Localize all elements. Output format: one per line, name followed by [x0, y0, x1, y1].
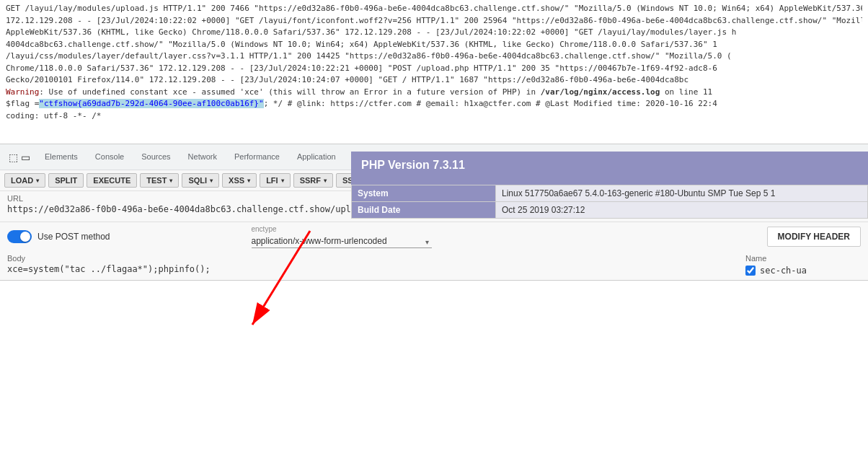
php-info-panel: PHP Version 7.3.11 System Linux 517750a6… — [351, 152, 868, 219]
toggle-knob — [20, 232, 30, 242]
load-arrow: ▾ — [36, 177, 39, 184]
test-arrow: ▾ — [169, 177, 172, 184]
log-line-2: 172.12.129.208 - - [23/Jul/2024:10:22:02… — [6, 15, 862, 27]
warning-line: Warning: Use of undefined constant xce -… — [6, 87, 862, 99]
post-row: Use POST method enctype application/x-ww… — [7, 225, 861, 248]
tab-elements[interactable]: Elements — [36, 146, 87, 168]
log-line-1: GET /layui/lay/modules/upload.js HTTP/1.… — [6, 3, 862, 15]
test-button[interactable]: TEST ▾ — [140, 173, 179, 188]
log-line-3: AppleWebKit/537.36 (KHTML, like Gecko) C… — [6, 27, 862, 39]
log-area: GET /layui/lay/modules/upload.js HTTP/1.… — [0, 0, 868, 144]
log-line-4: 4004dca8bc63.challenge.ctf.show/" "Mozil… — [6, 39, 862, 51]
hackbar-body-section: Use POST method enctype application/x-ww… — [0, 222, 868, 280]
body-label: Body — [7, 254, 745, 263]
post-method-toggle[interactable] — [7, 230, 32, 243]
php-system-label: System — [352, 185, 496, 202]
lfi-button[interactable]: LFI ▾ — [260, 173, 291, 188]
php-table-row: System Linux 517750a6ae67 5.4.0-163-gene… — [352, 185, 868, 202]
tab-network[interactable]: Network — [180, 146, 226, 168]
modify-header-button[interactable]: MODIFY HEADER — [767, 227, 861, 247]
enctype-select[interactable]: application/x-www-form-urlencoded multip… — [252, 234, 432, 248]
log-line-5: /layui/css/modules/layer/default/layer.c… — [6, 51, 862, 63]
post-method-label: Use POST method — [37, 232, 110, 242]
inspector-icon[interactable]: ⬚ — [9, 152, 18, 163]
tab-performance[interactable]: Performance — [226, 146, 288, 168]
url-value: https://e0d32a86-f0b0-496a-be6e-4004da8b… — [7, 204, 398, 214]
ssrf-button[interactable]: SSRF ▾ — [293, 173, 333, 188]
tab-sources[interactable]: Sources — [133, 146, 179, 168]
log-line-6: Chrome/118.0.0.0 Safari/537.36" 172.12.1… — [6, 63, 862, 75]
php-system-value: Linux 517750a6ae67 5.4.0-163-generic #18… — [496, 185, 868, 202]
xss-arrow: ▾ — [247, 177, 250, 184]
body-value: xce=system("tac ../flagaa*");phpinfo(); — [7, 264, 745, 274]
lfi-arrow: ▾ — [281, 177, 284, 184]
name-section: Name sec-ch-ua — [745, 254, 861, 276]
body-section: Body xce=system("tac ../flagaa*");phpinf… — [7, 254, 745, 274]
split-button[interactable]: SPLIT — [48, 173, 84, 188]
tab-application[interactable]: Application — [288, 146, 345, 168]
load-button[interactable]: LOAD ▾ — [4, 173, 45, 188]
php-build-value: Oct 25 2019 03:27:12 — [496, 202, 868, 219]
log-line-7: Gecko/20100101 Firefox/114.0" 172.12.129… — [6, 74, 862, 87]
flag-value: "ctfshow{a69dad7b-292d-4064-90ee-af100c0… — [39, 99, 263, 108]
flag-line: $flag ="ctfshow{a69dad7b-292d-4064-90ee-… — [6, 98, 862, 110]
sqli-arrow: ▾ — [210, 177, 213, 184]
body-name-row: Body xce=system("tac ../flagaa*");phpinf… — [7, 254, 861, 276]
coding-line: coding: utf-8 -*- /* — [6, 110, 862, 123]
execute-button[interactable]: EXECUTE — [87, 173, 137, 188]
ssrf-arrow: ▾ — [324, 177, 327, 184]
php-table-row: Build Date Oct 25 2019 03:27:12 — [352, 202, 868, 219]
warning-label: Warning — [6, 87, 39, 97]
enctype-wrapper: application/x-www-form-urlencoded multip… — [252, 234, 432, 248]
name-value: sec-ch-ua — [760, 266, 807, 276]
devtools-icons: ⬚ ▭ — [3, 152, 36, 163]
name-row: sec-ch-ua — [745, 266, 807, 276]
php-build-label: Build Date — [352, 202, 496, 219]
enctype-label: enctype — [252, 225, 432, 233]
sqli-button[interactable]: SQLI ▾ — [182, 173, 219, 188]
xss-button[interactable]: XSS ▾ — [222, 173, 257, 188]
php-info-table: System Linux 517750a6ae67 5.4.0-163-gene… — [351, 185, 868, 219]
tab-console[interactable]: Console — [87, 146, 133, 168]
php-version-title: PHP Version 7.3.11 — [351, 152, 868, 179]
name-label: Name — [745, 254, 766, 263]
device-icon[interactable]: ▭ — [21, 152, 30, 163]
enctype-section: enctype application/x-www-form-urlencode… — [122, 225, 432, 248]
name-checkbox[interactable] — [745, 266, 756, 276]
